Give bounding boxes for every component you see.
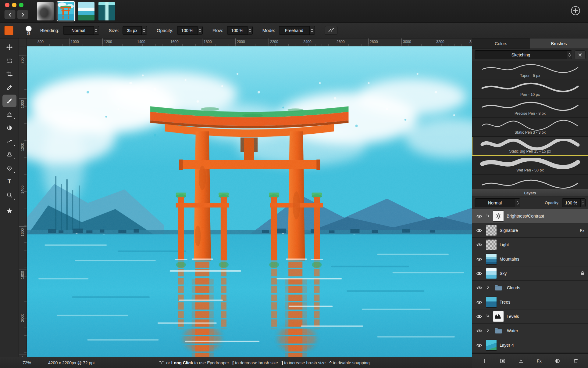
document-thumbnail-2[interactable] [58, 2, 74, 20]
stepper-icon[interactable] [141, 26, 147, 34]
dodge-burn-tool[interactable] [2, 121, 16, 134]
active-color-swatch[interactable] [4, 26, 13, 35]
layer-name[interactable]: Levels [507, 314, 585, 319]
brush-item-5[interactable]: Static Big Pen 15 - 15 px [472, 137, 588, 156]
pixel-tool[interactable] [2, 81, 16, 94]
mesh-warp-tool[interactable] [2, 162, 16, 174]
merge-down-button[interactable] [515, 356, 527, 366]
layer-name[interactable]: Mountains [500, 257, 585, 262]
layer-row-9[interactable]: Water [472, 324, 588, 338]
clone-stamp-tool[interactable] [2, 148, 16, 161]
layer-row-7[interactable]: Trees [472, 295, 588, 309]
favorites-star-tool[interactable] [2, 204, 16, 217]
minimize-button[interactable] [12, 3, 16, 7]
layer-thumbnail[interactable] [486, 254, 497, 265]
layer-row-5[interactable]: Sky [472, 266, 588, 281]
layer-row-10[interactable]: Layer 4 [472, 338, 588, 352]
stepper-icon[interactable] [567, 51, 572, 59]
layer-row-1[interactable]: Brightness/Contrast [472, 209, 588, 223]
fullscreen-button[interactable] [19, 3, 23, 7]
move-tool[interactable] [2, 41, 16, 53]
folder-icon[interactable] [493, 325, 504, 336]
zoom-level[interactable]: 72% [23, 360, 31, 365]
layer-name[interactable]: Brightness/Contrast [507, 214, 585, 218]
brush-item-1[interactable]: Taper - 5 px [472, 61, 588, 80]
delete-layer-button[interactable] [570, 356, 582, 366]
layer-thumbnail[interactable] [486, 340, 497, 351]
forward-button[interactable] [17, 10, 28, 19]
layer-name[interactable]: Signature [500, 228, 577, 233]
layer-visibility-eye-icon[interactable] [475, 242, 483, 247]
adjustment-button[interactable] [551, 356, 564, 366]
brush-item-2[interactable]: Pen - 10 px [472, 80, 588, 99]
add-layer-button[interactable] [478, 356, 490, 366]
layer-row-6[interactable]: Clouds [472, 281, 588, 295]
stepper-icon[interactable] [197, 26, 202, 34]
document-thumbnail-1[interactable] [37, 2, 54, 20]
erase-tool[interactable] [2, 108, 16, 121]
layer-name[interactable]: Layer 4 [500, 343, 585, 348]
paint-brush-tool[interactable] [2, 95, 16, 107]
mask-layer-button[interactable] [497, 356, 509, 366]
stabiliser-button[interactable] [325, 26, 337, 35]
layer-thumbnail[interactable] [486, 239, 497, 250]
layer-row-8[interactable]: Levels [472, 309, 588, 324]
document-thumbnail-4[interactable] [98, 2, 115, 20]
layer-name[interactable]: Water [507, 328, 585, 333]
layer-opacity-field[interactable]: 100 % [562, 198, 586, 207]
stepper-icon[interactable] [94, 26, 99, 34]
folder-icon[interactable] [493, 282, 504, 293]
close-button[interactable] [5, 3, 9, 7]
layer-visibility-eye-icon[interactable] [475, 343, 483, 348]
brush-item-6[interactable]: Wet Pen - 50 px [472, 156, 588, 175]
layer-name[interactable]: Light [500, 242, 585, 247]
flow-field[interactable]: 100 % [227, 26, 253, 35]
tab-colors[interactable]: Colors [472, 38, 530, 49]
fx-badge[interactable]: Fx [580, 228, 584, 233]
brush-item-3[interactable]: Precise Pen - 8 px [472, 99, 588, 118]
brush-category-select[interactable]: Sketching [475, 50, 572, 59]
lock-icon[interactable] [580, 271, 585, 276]
layer-row-4[interactable]: Mountains [472, 252, 588, 266]
layer-visibility-eye-icon[interactable] [475, 257, 483, 262]
layer-visibility-eye-icon[interactable] [475, 300, 483, 305]
layer-name[interactable]: Trees [500, 300, 585, 305]
back-button[interactable] [4, 10, 16, 19]
size-field[interactable]: 35 px [123, 26, 147, 35]
layer-thumbnail[interactable] [486, 268, 497, 279]
opacity-field[interactable]: 100 % [177, 26, 203, 35]
stepper-icon[interactable] [515, 199, 520, 207]
document-thumbnail-3[interactable] [78, 2, 94, 20]
stepper-icon[interactable] [580, 199, 585, 207]
layer-visibility-eye-icon[interactable] [475, 328, 483, 334]
tab-brushes[interactable]: Brushes [530, 38, 588, 49]
layer-effects-button[interactable]: Fx [533, 356, 545, 366]
layer-row-2[interactable]: SignatureFx [472, 223, 588, 238]
canvas[interactable] [27, 46, 472, 357]
group-expand-chevron-icon[interactable] [486, 285, 490, 291]
layer-thumbnail[interactable] [493, 211, 504, 222]
layer-blend-select[interactable]: Normal [475, 198, 520, 207]
smudge-tool[interactable] [2, 135, 16, 147]
brush-item-7[interactable] [472, 175, 588, 189]
layer-name[interactable]: Clouds [507, 285, 585, 290]
layer-row-3[interactable]: Light [472, 238, 588, 252]
brush-item-4[interactable]: Static Pen 3 - 3 px [472, 118, 588, 137]
new-document-button[interactable] [570, 5, 581, 17]
group-expand-chevron-icon[interactable] [486, 328, 490, 334]
layer-thumbnail[interactable] [493, 311, 504, 322]
zoom-tool[interactable] [2, 189, 16, 201]
layer-visibility-eye-icon[interactable] [475, 271, 483, 276]
brush-settings-button[interactable] [575, 50, 586, 59]
layer-visibility-eye-icon[interactable] [475, 214, 483, 219]
stepper-icon[interactable] [247, 26, 252, 34]
mode-select[interactable]: Freehand [279, 26, 315, 35]
layer-thumbnail[interactable] [486, 297, 497, 308]
marquee-select-tool[interactable] [2, 54, 16, 67]
layer-name[interactable]: Sky [500, 271, 577, 276]
stepper-icon[interactable] [309, 26, 315, 34]
blending-select[interactable]: Normal [63, 26, 99, 35]
text-tool[interactable]: T [2, 175, 16, 188]
layer-visibility-eye-icon[interactable] [475, 314, 483, 319]
layer-visibility-eye-icon[interactable] [475, 285, 483, 290]
